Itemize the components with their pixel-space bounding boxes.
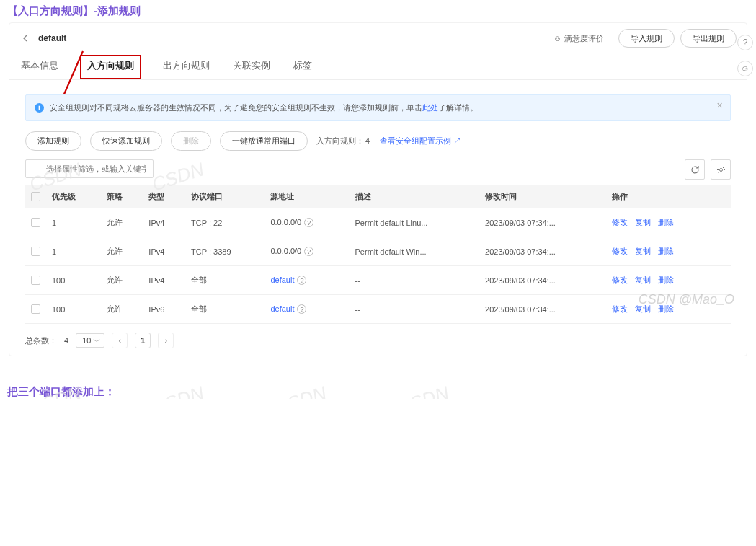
page-prev-button[interactable]: ‹ <box>112 333 128 348</box>
col-type[interactable]: 类型 <box>143 185 185 208</box>
col-policy[interactable]: 策略 <box>101 185 143 208</box>
op-delete[interactable]: 删除 <box>658 304 674 313</box>
satisfaction-label: 满意度评价 <box>564 33 604 44</box>
col-source[interactable]: 源地址 <box>264 185 349 208</box>
content: i 安全组规则对不同规格云服务器的生效情况不同，为了避免您的安全组规则不生效，请… <box>9 80 747 356</box>
import-button[interactable]: 导入规则 <box>618 29 675 48</box>
pagesize-select[interactable]: 10 ﹀ <box>76 333 104 348</box>
cell-type: IPv4 <box>143 208 185 237</box>
row-checkbox[interactable] <box>31 304 40 314</box>
oneclick-button[interactable]: 一键放通常用端口 <box>220 131 308 151</box>
cell-desc: Permit default Linu... <box>350 208 480 237</box>
tab-outbound[interactable]: 出方向规则 <box>161 55 211 79</box>
rules-table: 优先级 策略 类型 协议端口 源地址 描述 修改时间 操作 1允许IPv4TCP… <box>25 185 731 324</box>
cell-mtime: 2023/09/03 07:34:... <box>479 266 606 295</box>
info-alert: i 安全组规则对不同规格云服务器的生效情况不同，为了避免您的安全组规则不生效，请… <box>25 94 731 121</box>
search-row <box>25 159 731 180</box>
row-checkbox[interactable] <box>31 218 40 227</box>
table-row: 1允许IPv4TCP : 220.0.0.0/0?Permit default … <box>25 208 731 237</box>
cell-desc: -- <box>350 295 480 324</box>
quick-add-button[interactable]: 快速添加规则 <box>90 131 162 151</box>
cell-mtime: 2023/09/03 07:34:... <box>479 208 606 237</box>
op-modify[interactable]: 修改 <box>612 247 628 255</box>
cell-ops: 修改复制删除 <box>606 237 731 266</box>
select-all-checkbox[interactable] <box>31 192 40 201</box>
breadcrumb: default <box>38 33 66 43</box>
alert-link[interactable]: 此处 <box>422 103 438 112</box>
cell-port: TCP : 3389 <box>185 237 264 266</box>
op-delete[interactable]: 删除 <box>658 218 674 226</box>
col-priority[interactable]: 优先级 <box>46 185 101 208</box>
example-link[interactable]: 查看安全组配置示例 ↗ <box>380 136 461 146</box>
search-input[interactable] <box>25 159 154 178</box>
op-modify[interactable]: 修改 <box>612 304 628 313</box>
panel: default ☺ 满意度评价 导入规则 导出规则 基本信息 入方向规则 出方向… <box>9 22 747 356</box>
cell-policy: 允许 <box>101 266 143 295</box>
row-checkbox[interactable] <box>31 276 40 285</box>
op-copy[interactable]: 复制 <box>635 247 651 255</box>
table-header-row: 优先级 策略 类型 协议端口 源地址 描述 修改时间 操作 <box>25 185 731 208</box>
cell-priority: 1 <box>46 237 101 266</box>
page-number[interactable]: 1 <box>135 333 151 348</box>
page-next-button[interactable]: › <box>158 333 174 348</box>
cell-mtime: 2023/09/03 07:34:... <box>479 237 606 266</box>
op-delete[interactable]: 删除 <box>658 276 674 284</box>
delete-button: 删除 <box>171 131 211 151</box>
tab-basic[interactable]: 基本信息 <box>19 55 60 79</box>
refresh-button[interactable] <box>685 159 705 180</box>
help-icon[interactable]: ? <box>297 304 306 314</box>
cell-source: 0.0.0.0/0? <box>264 237 349 266</box>
cell-port: TCP : 22 <box>185 208 264 237</box>
cell-port: 全部 <box>185 295 264 324</box>
op-modify[interactable]: 修改 <box>612 276 628 284</box>
chevron-down-icon: ﹀ <box>93 336 101 347</box>
refresh-icon <box>690 165 700 175</box>
col-mtime[interactable]: 修改时间 <box>479 185 606 208</box>
op-modify[interactable]: 修改 <box>612 218 628 226</box>
note-heading: 把三个端口都添加上： <box>7 385 756 399</box>
settings-button[interactable] <box>711 159 731 180</box>
cell-source[interactable]: default? <box>264 295 349 324</box>
cell-priority: 100 <box>46 295 101 324</box>
op-delete[interactable]: 删除 <box>658 247 674 255</box>
tab-tags[interactable]: 标签 <box>292 55 313 79</box>
help-button[interactable]: ? <box>737 35 753 50</box>
cell-policy: 允许 <box>101 295 143 324</box>
help-icon[interactable]: ? <box>297 276 306 285</box>
tab-instances[interactable]: 关联实例 <box>231 55 272 79</box>
cell-policy: 允许 <box>101 208 143 237</box>
cell-ops: 修改复制删除 <box>606 266 731 295</box>
op-copy[interactable]: 复制 <box>635 218 651 226</box>
rule-count: 入方向规则：4 <box>316 136 371 146</box>
help-icon[interactable]: ? <box>304 247 313 256</box>
external-icon: ↗ <box>453 136 461 145</box>
feedback-button[interactable]: ☺ <box>737 61 753 76</box>
back-button[interactable] <box>19 32 31 44</box>
cell-type: IPv4 <box>143 266 185 295</box>
alert-close-icon[interactable]: ✕ <box>716 101 723 110</box>
cell-priority: 100 <box>46 266 101 295</box>
add-rule-button[interactable]: 添加规则 <box>25 131 81 151</box>
tab-inbound[interactable]: 入方向规则 <box>80 55 141 79</box>
op-copy[interactable]: 复制 <box>635 304 651 313</box>
table-row: 100允许IPv4全部default?--2023/09/03 07:34:..… <box>25 266 731 295</box>
pager-total-label: 总条数： <box>25 335 57 346</box>
cell-source[interactable]: default? <box>264 266 349 295</box>
col-port[interactable]: 协议端口 <box>185 185 264 208</box>
table-row: 100允许IPv6全部default?--2023/09/03 07:34:..… <box>25 295 731 324</box>
op-copy[interactable]: 复制 <box>635 276 651 284</box>
export-button[interactable]: 导出规则 <box>680 29 737 48</box>
gear-icon <box>716 165 726 175</box>
help-icon[interactable]: ? <box>304 218 313 227</box>
pagesize-value: 10 <box>82 336 91 345</box>
info-icon: i <box>35 103 44 113</box>
button-row: 添加规则 快速添加规则 删除 一键放通常用端口 入方向规则：4 查看安全组配置示… <box>25 131 731 151</box>
col-desc[interactable]: 描述 <box>350 185 480 208</box>
pager-total: 4 <box>64 336 68 345</box>
alert-text-b: 了解详情。 <box>438 103 478 112</box>
tabs: 基本信息 入方向规则 出方向规则 关联实例 标签 <box>9 50 747 80</box>
cell-mtime: 2023/09/03 07:34:... <box>479 295 606 324</box>
row-checkbox[interactable] <box>31 247 40 256</box>
table-row: 1允许IPv4TCP : 33890.0.0.0/0?Permit defaul… <box>25 237 731 266</box>
satisfaction-link[interactable]: ☺ 满意度评价 <box>553 33 604 44</box>
